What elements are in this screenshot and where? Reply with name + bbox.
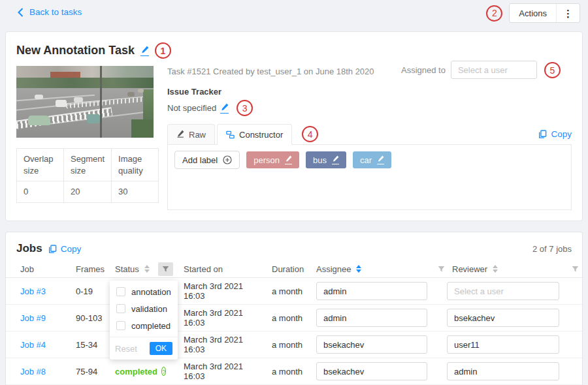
sort-assignee-icon[interactable] (356, 265, 361, 273)
param-value-quality: 30 (112, 181, 159, 203)
edit-label-icon[interactable] (377, 155, 384, 164)
task-title: New Annotation Task (16, 44, 135, 57)
label-chip-person[interactable]: person (246, 151, 299, 168)
column-reviewer: Reviewer (452, 264, 487, 274)
preview-van (56, 100, 67, 107)
job-reviewer-select[interactable] (447, 362, 559, 380)
filter-reset-button[interactable]: Reset (115, 344, 137, 354)
add-label-button[interactable]: Add label (174, 151, 240, 169)
copy-labels-link[interactable]: Copy (538, 129, 572, 139)
job-assignee-select[interactable] (316, 282, 427, 300)
preview-car (138, 89, 144, 93)
tab-constructor[interactable]: Constructor (217, 124, 292, 145)
preview-van (87, 114, 100, 123)
filter-option-validation-label: validation (131, 304, 167, 314)
jobs-table-header: Job Frames Status Started on Duration As… (6, 260, 582, 278)
filter-status-icon[interactable] (158, 262, 173, 276)
preview-trees (16, 78, 154, 88)
job-assignee-select[interactable] (316, 309, 427, 327)
job-duration: a month (267, 286, 311, 296)
filter-option-annotation[interactable]: annotation (110, 283, 178, 300)
job-assignee-select[interactable] (316, 335, 427, 354)
copy-jobs-label: Copy (61, 244, 82, 254)
filter-ok-button[interactable]: OK (150, 342, 172, 355)
job-status: completed (115, 367, 157, 377)
tab-raw-label: Raw (189, 130, 206, 140)
back-to-tasks-link[interactable]: Back to tasks (17, 7, 82, 17)
chevron-left-icon (17, 8, 24, 17)
copy-labels-label: Copy (551, 129, 572, 139)
checkbox[interactable] (116, 321, 125, 330)
label-chip-car[interactable]: car (353, 151, 391, 168)
preview-car (127, 92, 135, 97)
preview-pole (100, 66, 102, 138)
sort-reviewer-icon[interactable] (493, 265, 498, 273)
job-link[interactable]: Job #4 (6, 340, 76, 350)
sort-status-icon[interactable] (144, 265, 150, 273)
table-row: Job #4 15-34 March 3rd 2021 16:03 a mont… (6, 331, 582, 358)
job-link[interactable]: Job #3 (6, 286, 76, 296)
label-chip-person-name: person (253, 155, 280, 165)
filter-reviewer-icon[interactable] (568, 262, 583, 276)
annotation-mark-3: 3 (237, 100, 253, 116)
pencil-icon (176, 130, 184, 139)
filter-option-completed[interactable]: completed (110, 317, 178, 334)
job-frames: 90-103 (76, 313, 115, 323)
label-chip-bus-name: bus (313, 155, 327, 165)
job-started-on: March 3rd 2021 16:03 (178, 308, 267, 328)
task-parameters-table: Overlap size Segment size Image quality … (16, 148, 159, 203)
copy-icon (48, 245, 57, 253)
job-reviewer-select[interactable] (447, 282, 559, 300)
preview-car (35, 95, 43, 99)
annotation-mark-5: 5 (544, 62, 561, 78)
job-started-on: March 3rd 2021 16:03 (178, 362, 267, 381)
labels-constructor-panel: Add label person bus car (167, 144, 572, 210)
job-duration: a month (267, 367, 311, 377)
edit-label-icon[interactable] (285, 155, 292, 164)
column-duration: Duration (267, 264, 311, 274)
task-assignee-select[interactable] (451, 61, 537, 79)
param-value-overlap: 0 (17, 181, 64, 203)
param-header: Segment size (64, 149, 112, 181)
label-chip-bus[interactable]: bus (306, 151, 346, 168)
job-duration: a month (267, 313, 311, 323)
issue-tracker-label: Issue Tracker (167, 87, 221, 97)
actions-button[interactable]: Actions ⋮ (509, 3, 580, 23)
job-frames: 75-94 (76, 367, 115, 377)
job-frames: 15-34 (76, 340, 115, 350)
copy-jobs-link[interactable]: Copy (48, 244, 82, 254)
table-row: Job #3 0-19 March 3rd 2021 16:03 a month (6, 278, 582, 305)
filter-option-completed-label: completed (131, 321, 171, 331)
param-header: Image quality (112, 149, 159, 181)
job-link[interactable]: Job #9 (6, 313, 76, 323)
checkbox[interactable] (116, 287, 125, 296)
jobs-count: 2 of 7 jobs (532, 244, 572, 254)
tab-raw[interactable]: Raw (167, 124, 215, 144)
job-reviewer-select[interactable] (447, 335, 559, 354)
preview-hedge (131, 119, 154, 138)
param-header: Overlap size (17, 149, 64, 181)
status-filter-dropdown: annotation validation completed Reset OK (110, 281, 178, 360)
jobs-title: Jobs (16, 242, 42, 255)
edit-label-icon[interactable] (332, 155, 339, 164)
question-circle-icon[interactable]: ? (161, 367, 166, 376)
job-started-on: March 3rd 2021 16:03 (178, 335, 267, 354)
preview-car (74, 97, 83, 102)
job-reviewer-select[interactable] (447, 309, 559, 327)
preview-buildings (16, 66, 154, 79)
column-frames: Frames (76, 264, 115, 274)
preview-storefront (50, 72, 80, 78)
assigned-to-label: Assigned to (401, 65, 446, 75)
edit-issue-tracker-icon[interactable] (220, 103, 229, 114)
filter-option-annotation-label: annotation (131, 287, 171, 297)
jobs-card: Jobs Copy 2 of 7 jobs Job Frames Status … (5, 232, 583, 385)
edit-task-name-icon[interactable] (140, 46, 149, 56)
filter-option-validation[interactable]: validation (110, 300, 178, 317)
label-chip-car-name: car (360, 155, 372, 165)
job-assignee-select[interactable] (316, 362, 427, 380)
checkbox[interactable] (116, 304, 125, 313)
preview-car (28, 116, 50, 125)
more-vertical-icon[interactable]: ⋮ (557, 8, 580, 18)
param-value-segment: 20 (64, 181, 112, 203)
job-link[interactable]: Job #8 (6, 367, 76, 377)
